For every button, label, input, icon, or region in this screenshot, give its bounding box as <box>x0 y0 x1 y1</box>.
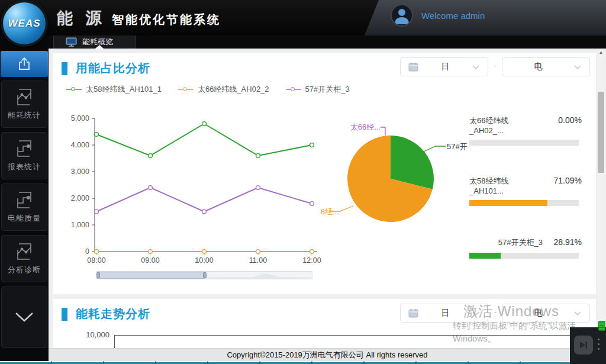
active-tab-notch <box>95 45 104 49</box>
svg-text:5,000: 5,000 <box>71 114 89 123</box>
svg-text:1,000: 1,000 <box>71 221 89 229</box>
sidebar-item-power-quality[interactable]: 电能质量 <box>1 183 47 231</box>
bar-item-name: 太58经纬线_AH101... <box>469 176 543 195</box>
legend-marker <box>286 87 301 92</box>
scrollbar-up-arrow[interactable]: ▲ <box>598 50 604 56</box>
legend-item-series3[interactable]: 57#开关柜_3 <box>286 84 350 95</box>
trend-axis-tick <box>114 335 115 348</box>
datazoom-slider[interactable] <box>96 271 312 279</box>
line-chart: 01,0002,0003,0004,0005,00008:0009:0010:0… <box>59 109 331 269</box>
user-menu[interactable]: Welcome admin <box>391 2 485 28</box>
panel-usage-proportion: 用能占比分析 日 - 电 <box>53 53 596 294</box>
sidebar-item-label: 电能质量 <box>8 213 41 224</box>
weas-logo[interactable]: WEAS <box>1 0 48 47</box>
panel2-period-dropdown[interactable]: 日 <box>400 304 488 323</box>
app-title: 能 源 智能优化节能系统 <box>57 8 221 29</box>
panel2-type-dropdown[interactable]: 电 <box>502 304 590 323</box>
svg-text:11:00: 11:00 <box>249 256 267 265</box>
report-node-icon <box>13 139 36 158</box>
panel2-period-value: 日 <box>418 308 472 318</box>
weas-logo-text: WEAS <box>8 18 41 30</box>
chevron-down-icon <box>574 65 581 69</box>
chart-legend: 太58经纬线_AH101_1 太66经纬线_AH02_2 57#开关柜_3 <box>66 84 366 95</box>
legend-item-series2[interactable]: 太66经纬线_AH02_2 <box>178 84 269 95</box>
panel2-type-value: 电 <box>502 308 574 318</box>
trend-y-tick-label: 10,000 <box>71 330 109 339</box>
datazoom-selected-range[interactable] <box>97 272 205 279</box>
app-window: 能 源 智能优化节能系统 Welcome admin WEAS 能耗 <box>0 0 606 364</box>
svg-text:08:00: 08:00 <box>87 256 105 265</box>
line-chart-icon <box>13 88 36 107</box>
scrollbar-thumb[interactable] <box>598 92 604 173</box>
svg-text:12:00: 12:00 <box>302 256 321 265</box>
line-chart-icon <box>13 242 36 261</box>
pie-chart-area: 太66经... 57#开 8经... <box>320 109 468 255</box>
panel1-title: 用能占比分析 <box>76 60 150 76</box>
panel2-title: 能耗走势分析 <box>76 306 150 322</box>
svg-text:09:00: 09:00 <box>141 256 159 265</box>
panel1-type-value: 电 <box>502 62 574 72</box>
welcome-text: Welcome admin <box>421 11 485 21</box>
bar-item-name: 57#开关柜_3 <box>498 237 543 248</box>
copyright-text: Copyright©2015-2019万洲电气有限公司 All rights r… <box>227 350 427 360</box>
legend-marker <box>178 87 194 92</box>
main-content: 用能占比分析 日 - 电 <box>49 49 606 348</box>
bar-fill <box>469 253 501 259</box>
trend-axis-line <box>114 335 596 336</box>
legend-item-series1[interactable]: 太58经纬线_AH101_1 <box>66 84 162 95</box>
chevron-down-icon <box>472 65 479 69</box>
sidebar-more-button[interactable] <box>1 286 47 348</box>
bar-track <box>469 253 579 259</box>
capture-tool-badge[interactable] <box>598 321 605 331</box>
pie-callout-label: 太66经... <box>350 122 381 133</box>
bar-track <box>469 200 579 206</box>
bar-item-name: 太66经纬线_AH02_... <box>469 115 543 135</box>
panel1-type-dropdown[interactable]: 电 <box>502 57 590 76</box>
overlay-menu-dots[interactable] <box>598 339 600 353</box>
datazoom-handle-left[interactable] <box>96 272 100 278</box>
bar-item-percent: 71.09% <box>551 176 582 185</box>
bar-track <box>469 140 579 146</box>
sidebar-item-energy-statistics[interactable]: 能耗统计 <box>1 80 47 128</box>
title-bullet <box>62 62 67 75</box>
sidebar-item-label: 分析诊断 <box>8 265 41 275</box>
datazoom-handle-right[interactable] <box>203 272 207 278</box>
panel1-period-dropdown[interactable]: 日 <box>400 57 488 76</box>
dropdown-separator: - <box>491 307 500 317</box>
tab-bar: 能耗概览 <box>49 36 606 49</box>
chevron-down-icon <box>574 311 581 315</box>
floating-tool-overlay <box>570 327 606 364</box>
person-icon <box>392 5 412 25</box>
bar-list-item: 太66经纬线_AH02_... 0.00% <box>469 115 582 146</box>
percentage-bar-list: 太66经纬线_AH02_... 0.00% 太58经纬线_AH101... 71… <box>469 109 582 266</box>
bar-item-percent: 0.00% <box>551 115 582 125</box>
play-next-icon <box>578 340 589 350</box>
panel-energy-trend: 能耗走势分析 日 - 电 10,0 <box>53 299 596 348</box>
sidebar-item-analysis-diagnosis[interactable]: 分析诊断 <box>1 235 47 282</box>
legend-label: 太66经纬线_AH02_2 <box>198 84 269 95</box>
sidebar-item-overview-active[interactable] <box>1 51 48 77</box>
chevron-down-icon <box>472 311 479 315</box>
svg-text:10:00: 10:00 <box>195 256 213 265</box>
dropdown-separator: - <box>491 61 500 70</box>
panel2-header: 能耗走势分析 <box>62 306 150 322</box>
bar-list-item: 太58经纬线_AH101... 71.09% <box>469 176 582 206</box>
svg-text:3,000: 3,000 <box>71 167 89 176</box>
pie-chart <box>320 109 468 255</box>
play-next-button[interactable] <box>574 336 593 355</box>
pie-callout-label: 8经... <box>321 207 339 217</box>
sidebar-item-report-statistics[interactable]: 报表统计 <box>1 132 47 179</box>
legend-label: 太58经纬线_AH101_1 <box>86 84 162 95</box>
svg-text:0: 0 <box>85 247 89 256</box>
share-export-icon <box>15 55 33 73</box>
sidebar: 能耗统计 报表统计 电能质量 分析 <box>0 36 49 361</box>
app-title-sub: 智能优化节能系统 <box>112 13 221 26</box>
title-bullet <box>62 308 67 321</box>
tab-energy-overview[interactable]: 能耗概览 <box>53 34 136 49</box>
sidebar-item-label: 报表统计 <box>8 162 41 172</box>
sidebar-item-label: 能耗统计 <box>8 110 41 121</box>
bar-item-percent: 28.91% <box>551 237 582 247</box>
user-avatar[interactable] <box>391 4 413 27</box>
vertical-scrollbar[interactable]: ▲ <box>597 49 605 348</box>
calendar-icon <box>408 62 418 72</box>
